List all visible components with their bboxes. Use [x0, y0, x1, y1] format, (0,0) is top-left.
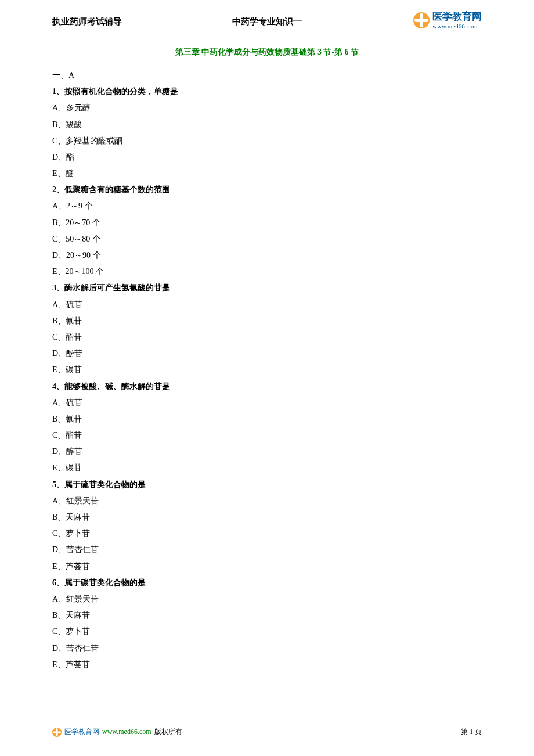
footer-divider: [52, 721, 482, 721]
question-block: 6、属于碳苷类化合物的是 A、红景天苷 B、天麻苷 C、萝卜苷 D、苦杏仁苷 E…: [52, 575, 482, 672]
question-option: C、酯苷: [52, 428, 482, 442]
question-block: 3、酶水解后可产生氢氰酸的苷是 A、硫苷 B、氰苷 C、酯苷 D、酚苷 E、碳苷: [52, 280, 482, 377]
question-option: C、50～80 个: [52, 232, 482, 246]
footer-brand: 医学教育网: [64, 726, 99, 739]
question-option: D、苦杏仁苷: [52, 542, 482, 557]
question-option: E、芦荟苷: [52, 559, 482, 574]
question-option: E、碳苷: [52, 460, 482, 475]
question-option: C、萝卜苷: [52, 526, 482, 541]
question-option: C、酯苷: [52, 330, 482, 344]
question-stem: 1、按照有机化合物的分类，单糖是: [52, 84, 482, 99]
question-option: E、碳苷: [52, 362, 482, 377]
question-stem: 5、属于硫苷类化合物的是: [52, 477, 482, 492]
question-option: D、酯: [52, 150, 482, 164]
question-stem: 6、属于碳苷类化合物的是: [52, 575, 482, 590]
question-option: A、2～9 个: [52, 199, 482, 213]
question-option: A、硫苷: [52, 395, 482, 410]
header-left-text: 执业药师考试辅导: [52, 14, 122, 30]
page-number: 第 1 页: [461, 726, 482, 739]
chapter-title: 第三章 中药化学成分与药效物质基础第 3 节-第 6 节: [52, 45, 482, 59]
question-option: E、醚: [52, 166, 482, 181]
question-option: E、芦荟苷: [52, 657, 482, 672]
question-option: B、天麻苷: [52, 608, 482, 622]
plus-logo-icon: [413, 12, 430, 28]
question-option: E、20～100 个: [52, 264, 482, 279]
question-option: B、天麻苷: [52, 510, 482, 524]
question-stem: 2、低聚糖含有的糖基个数的范围: [52, 182, 482, 197]
logo-text-cn: 医学教育网: [432, 12, 482, 23]
question-option: D、醇苷: [52, 444, 482, 459]
question-option: C、萝卜苷: [52, 624, 482, 639]
question-option: D、苦杏仁苷: [52, 641, 482, 656]
question-block: 2、低聚糖含有的糖基个数的范围 A、2～9 个 B、20～70 个 C、50～8…: [52, 182, 482, 279]
section-label: 一、A: [52, 68, 482, 82]
footer-plus-logo-icon: [52, 728, 62, 737]
question-option: B、20～70 个: [52, 215, 482, 230]
footer-left: 医学教育网 www.med66.com 版权所有: [52, 726, 182, 739]
question-option: D、酚苷: [52, 346, 482, 361]
question-option: B、氰苷: [52, 412, 482, 426]
question-option: B、羧酸: [52, 117, 482, 132]
question-option: C、多羟基的醛或酮: [52, 134, 482, 148]
page-header: 执业药师考试辅导 中药学专业知识一 医学教育网 www.med66.com: [52, 12, 482, 33]
question-block: 4、能够被酸、碱、酶水解的苷是 A、硫苷 B、氰苷 C、酯苷 D、醇苷 E、碳苷: [52, 379, 482, 476]
footer-content: 医学教育网 www.med66.com 版权所有 第 1 页: [52, 726, 482, 739]
footer-copyright: 版权所有: [154, 726, 182, 739]
question-option: D、20～90 个: [52, 248, 482, 262]
question-stem: 4、能够被酸、碱、酶水解的苷是: [52, 379, 482, 394]
question-block: 1、按照有机化合物的分类，单糖是 A、多元醇 B、羧酸 C、多羟基的醛或酮 D、…: [52, 84, 482, 181]
question-option: A、多元醇: [52, 100, 482, 115]
question-stem: 3、酶水解后可产生氢氰酸的苷是: [52, 280, 482, 295]
question-option: A、硫苷: [52, 297, 482, 312]
logo-text-wrapper: 医学教育网 www.med66.com: [432, 12, 482, 30]
question-option: A、红景天苷: [52, 494, 482, 508]
page-footer: 医学教育网 www.med66.com 版权所有 第 1 页: [52, 721, 482, 739]
question-option: B、氰苷: [52, 314, 482, 328]
question-option: A、红景天苷: [52, 592, 482, 606]
header-logo: 医学教育网 www.med66.com: [413, 12, 482, 30]
footer-url: www.med66.com: [102, 726, 151, 739]
question-block: 5、属于硫苷类化合物的是 A、红景天苷 B、天麻苷 C、萝卜苷 D、苦杏仁苷 E…: [52, 477, 482, 574]
header-center-text: 中药学专业知识一: [232, 14, 302, 30]
logo-text-en: www.med66.com: [432, 23, 482, 30]
